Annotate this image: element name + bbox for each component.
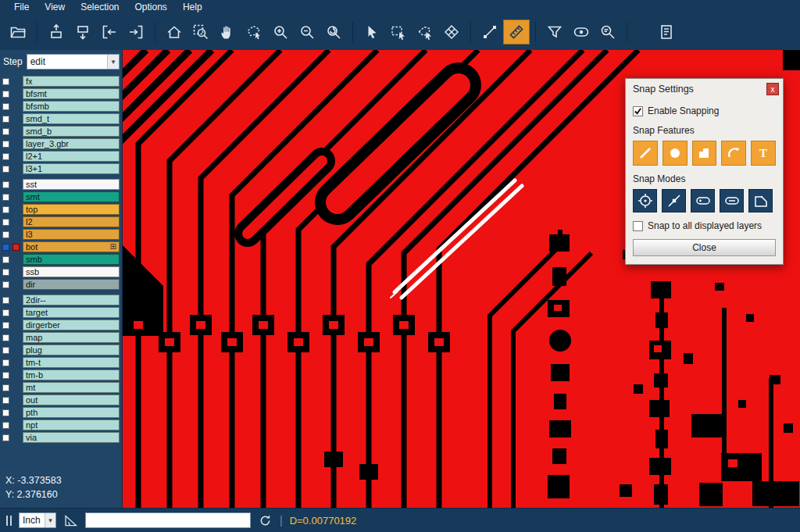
layer-visibility-checkbox[interactable]: [2, 281, 9, 288]
enable-snapping-checkbox[interactable]: [633, 106, 643, 116]
layer-active-indicator[interactable]: [12, 434, 20, 441]
layer-row[interactable]: fx: [0, 75, 122, 87]
layer-visibility-checkbox[interactable]: [2, 372, 9, 379]
snap-all-layers-checkbox[interactable]: [633, 221, 643, 231]
layer-label[interactable]: dir: [23, 279, 120, 290]
layer-row[interactable]: smb: [0, 253, 122, 266]
layer-row[interactable]: plug: [0, 344, 122, 356]
layer-active-indicator[interactable]: [12, 347, 20, 354]
layer-active-indicator[interactable]: [12, 141, 20, 148]
layer-label[interactable]: npt: [23, 420, 120, 430]
import-down-button[interactable]: [70, 20, 96, 45]
layer-label[interactable]: pth: [23, 407, 120, 418]
layer-active-indicator[interactable]: [12, 128, 20, 135]
layer-visibility-checkbox[interactable]: [2, 166, 9, 173]
chevron-down-icon[interactable]: ▾: [45, 513, 55, 527]
layer-label[interactable]: layer_3.gbr: [23, 138, 120, 149]
unit-select[interactable]: Inch ▾: [19, 512, 56, 528]
layer-label[interactable]: smt: [23, 191, 120, 202]
layer-label[interactable]: tm-t: [23, 357, 120, 368]
snap-mode-contour-button[interactable]: [748, 189, 773, 212]
statusbar-grip[interactable]: [6, 516, 12, 526]
layer-row[interactable]: dir: [0, 278, 122, 291]
layer-active-indicator[interactable]: [12, 397, 20, 404]
layer-row[interactable]: bfsmb: [0, 100, 122, 112]
zoom-in-button[interactable]: [267, 20, 294, 45]
layer-active-indicator[interactable]: [12, 334, 20, 341]
layer-row[interactable]: dirgerber: [0, 319, 122, 331]
layer-visibility-checkbox[interactable]: [2, 422, 9, 429]
menu-help[interactable]: Help: [175, 0, 210, 14]
layer-label[interactable]: ssb: [23, 266, 120, 277]
snap-feature-text-button[interactable]: T: [751, 141, 776, 166]
select-rect-button[interactable]: [385, 20, 412, 45]
snap-mode-center-button[interactable]: [633, 189, 657, 212]
layer-row[interactable]: npt: [0, 419, 122, 431]
layer-active-indicator[interactable]: [12, 116, 20, 123]
layer-visibility-checkbox[interactable]: [2, 128, 9, 135]
layer-visibility-checkbox[interactable]: [2, 141, 9, 148]
report-list-button[interactable]: [653, 20, 680, 45]
layer-active-indicator[interactable]: [12, 181, 20, 188]
layer-active-indicator[interactable]: [12, 206, 20, 213]
lasso-select-button[interactable]: [241, 20, 267, 45]
layer-row[interactable]: bfsmt: [0, 87, 122, 100]
layer-active-indicator[interactable]: [12, 231, 20, 238]
layer-active-indicator[interactable]: [12, 281, 20, 288]
layer-visibility-checkbox[interactable]: [2, 153, 9, 160]
layer-row[interactable]: via: [0, 431, 122, 444]
layer-label[interactable]: smd_b: [23, 126, 120, 137]
zoom-region-button[interactable]: [188, 20, 214, 45]
layer-active-indicator[interactable]: [12, 256, 20, 263]
layer-row[interactable]: l2: [0, 216, 122, 228]
command-input[interactable]: [85, 512, 251, 528]
menu-options[interactable]: Options: [127, 0, 175, 14]
layers-grid-button[interactable]: [438, 20, 465, 45]
layer-label[interactable]: 2dir--: [23, 295, 120, 305]
layer-row[interactable]: map: [0, 331, 122, 344]
layer-label[interactable]: dirgerber: [23, 320, 120, 330]
layer-row[interactable]: smd_b: [0, 125, 122, 137]
layer-active-indicator[interactable]: [12, 409, 20, 416]
zoom-out-button[interactable]: [294, 20, 320, 45]
layer-label[interactable]: bfsmt: [23, 88, 120, 99]
angle-tool-button[interactable]: [63, 513, 78, 528]
snap-feature-pad-button[interactable]: [662, 141, 688, 166]
layer-label[interactable]: tm-b: [23, 370, 120, 380]
dialog-close-button[interactable]: Close: [633, 239, 776, 256]
layer-active-indicator[interactable]: [12, 297, 20, 304]
export-right-button[interactable]: [123, 20, 149, 45]
layer-visibility-checkbox[interactable]: [2, 78, 9, 85]
layer-visibility-checkbox[interactable]: [2, 334, 9, 341]
export-up-button[interactable]: [43, 20, 70, 45]
snap-mode-slot-button[interactable]: [691, 189, 715, 212]
menu-file[interactable]: File: [6, 0, 37, 14]
layer-row[interactable]: 2dir--: [0, 294, 122, 306]
pan-hand-button[interactable]: [214, 20, 241, 45]
refresh-button[interactable]: [258, 513, 273, 528]
measure-ruler-button[interactable]: [503, 20, 530, 45]
layer-visibility-checkbox[interactable]: [2, 91, 9, 98]
dialog-close-x-button[interactable]: x: [766, 83, 779, 95]
chevron-down-icon[interactable]: ▾: [107, 55, 119, 69]
layer-row[interactable]: ssb: [0, 266, 122, 278]
layer-row[interactable]: tm-t: [0, 356, 122, 369]
layer-active-indicator[interactable]: [12, 384, 20, 391]
layer-visibility-checkbox[interactable]: [2, 434, 9, 441]
snap-mode-slot-center-button[interactable]: [720, 189, 744, 212]
layer-label[interactable]: target: [23, 307, 120, 318]
layer-active-indicator[interactable]: [12, 219, 20, 226]
layer-visibility-checkbox[interactable]: [2, 347, 9, 354]
layer-label[interactable]: plug: [23, 345, 120, 355]
layer-label[interactable]: l2: [23, 216, 120, 227]
home-button[interactable]: [161, 20, 188, 45]
layer-label[interactable]: top: [23, 204, 120, 215]
layer-active-indicator[interactable]: [12, 309, 20, 316]
layer-active-indicator[interactable]: [12, 103, 20, 110]
layer-active-indicator[interactable]: [12, 78, 20, 85]
layer-active-indicator[interactable]: [12, 91, 20, 98]
snap-dialog-titlebar[interactable]: Snap Settings x: [626, 79, 783, 98]
layer-label[interactable]: via: [23, 432, 120, 443]
open-folder-button[interactable]: [5, 20, 31, 45]
view-eye-button[interactable]: [568, 20, 595, 45]
